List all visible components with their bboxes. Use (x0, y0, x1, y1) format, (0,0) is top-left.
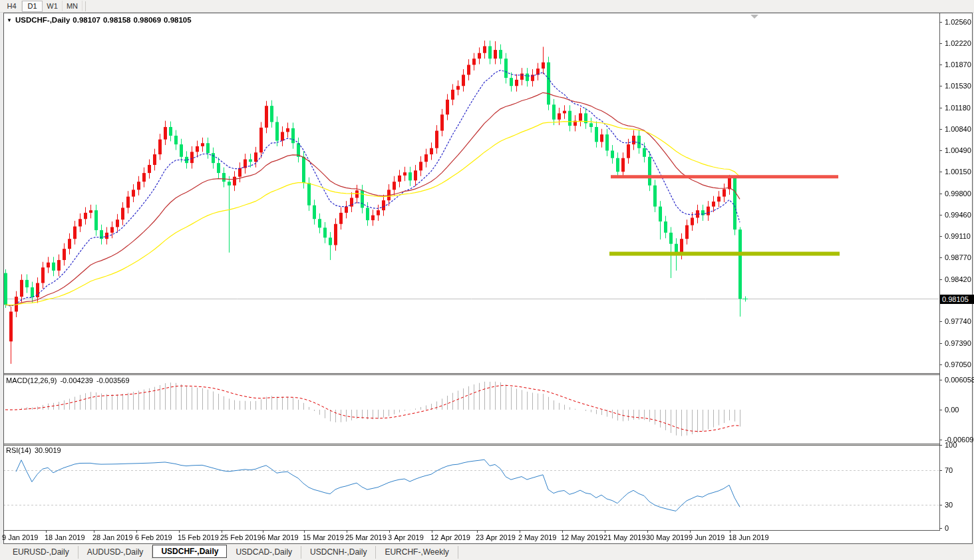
timeframe-button-w1[interactable]: W1 (43, 1, 63, 11)
current-price-badge: 0.98105 (940, 295, 974, 304)
macd-name: MACD(12,26,9) (6, 376, 57, 384)
ohlc-high: 0.98158 (103, 16, 131, 24)
timeframe-button-mn[interactable]: MN (63, 1, 82, 11)
timeframe-button-h4[interactable]: H4 (2, 1, 22, 11)
chart-tab-eurchf[interactable]: EURCHF-,Weekly (376, 546, 458, 559)
chart-tab-usdcnh[interactable]: USDCNH-,Daily (301, 546, 376, 559)
chart-tab-bar: EURUSD-,DailyAUDUSD-,DailyUSDCHF-,DailyU… (0, 544, 974, 560)
toolbar-divider (85, 1, 86, 11)
macd-signal-value: -0.003569 (96, 376, 130, 384)
ohlc-low: 0.98069 (134, 16, 162, 24)
macd-main-value: -0.004239 (60, 376, 93, 384)
mt4-window: H4D1W1MN ▼USDCHF-,Daily0.981070.981580.9… (0, 0, 974, 560)
symbol-dropdown-icon[interactable]: ▼ (7, 17, 12, 23)
timeframe-button-d1[interactable]: D1 (22, 1, 43, 12)
chart-tab-audusd[interactable]: AUDUSD-,Daily (79, 546, 153, 559)
price-chart-canvas[interactable] (0, 0, 974, 560)
rsi-name: RSI(14) (6, 446, 31, 454)
timeframe-toolbar: H4D1W1MN (0, 0, 974, 13)
ohlc-open: 0.98107 (73, 16, 100, 24)
symbol-header: ▼USDCHF-,Daily0.981070.981580.980690.981… (7, 16, 194, 24)
rsi-value: 30.9019 (35, 446, 61, 454)
chart-tab-usdchf[interactable]: USDCHF-,Daily (152, 545, 227, 558)
chart-tab-eurusd[interactable]: EURUSD-,Daily (4, 546, 79, 559)
chart-tab-usdcad[interactable]: USDCAD-,Daily (227, 546, 301, 559)
macd-indicator-label: MACD(12,26,9)-0.004239-0.003569 (6, 376, 130, 384)
rsi-indicator-label: RSI(14)30.9019 (6, 446, 61, 454)
symbol-name: USDCHF-,Daily (15, 16, 70, 24)
ohlc-close: 0.98105 (164, 16, 192, 24)
